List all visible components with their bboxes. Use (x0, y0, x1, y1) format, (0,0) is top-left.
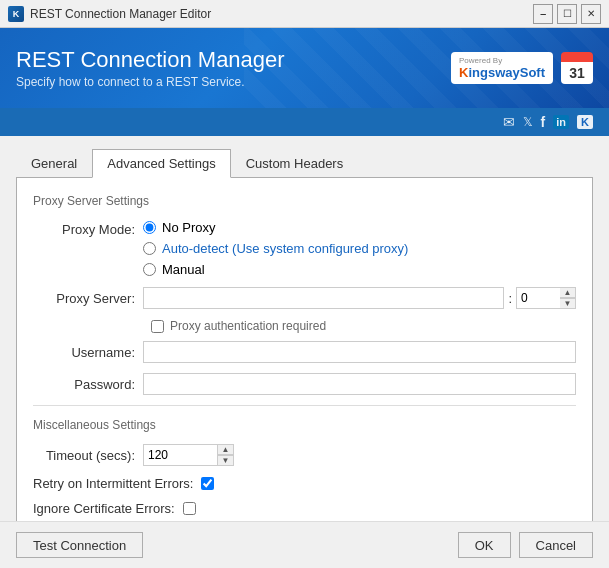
proxy-mode-group: Proxy Mode: No Proxy Auto-detect (Use sy… (33, 220, 576, 277)
title-bar-left: K REST Connection Manager Editor (8, 6, 211, 22)
timeout-up-button[interactable]: ▲ (218, 444, 234, 455)
misc-section: Miscellaneous Settings Timeout (secs): ▲… (33, 405, 576, 516)
tab-advanced[interactable]: Advanced Settings (92, 149, 230, 178)
restore-button[interactable]: ☐ (557, 4, 577, 24)
no-proxy-option[interactable]: No Proxy (143, 220, 408, 235)
app-subtitle: Specify how to connect to a REST Service… (16, 75, 285, 89)
auto-detect-radio[interactable] (143, 242, 156, 255)
proxy-auth-row: Proxy authentication required (151, 319, 576, 333)
facebook-icon[interactable]: f (541, 114, 546, 130)
header-logos: Powered By KingswaySoft 31 (451, 52, 593, 84)
footer-left: Test Connection (16, 532, 143, 558)
brand-badge: Powered By KingswaySoft (451, 52, 553, 84)
linkedin-icon[interactable]: in (553, 115, 569, 129)
timeout-wrapper: ▲ ▼ (143, 444, 234, 466)
proxy-server-input[interactable] (143, 287, 504, 309)
auto-detect-label: Auto-detect (Use system configured proxy… (162, 241, 408, 256)
retry-checkbox[interactable] (201, 477, 214, 490)
footer: Test Connection OK Cancel (0, 521, 609, 568)
port-spin-buttons: ▲ ▼ (560, 287, 576, 309)
header-text: REST Connection Manager Specify how to c… (16, 47, 285, 89)
proxy-server-row: : 0 ▲ ▼ (143, 287, 576, 309)
twitter-icon[interactable]: 𝕏 (523, 115, 533, 129)
proxy-mode-label: Proxy Mode: (33, 220, 143, 237)
timeout-spin-buttons: ▲ ▼ (218, 444, 234, 466)
no-proxy-label: No Proxy (162, 220, 215, 235)
ignore-cert-checkbox[interactable] (183, 502, 196, 515)
manual-option[interactable]: Manual (143, 262, 408, 277)
header-banner: REST Connection Manager Specify how to c… (0, 28, 609, 108)
port-down-button[interactable]: ▼ (560, 298, 576, 309)
app-icon: K (8, 6, 24, 22)
app-title: REST Connection Manager (16, 47, 285, 73)
timeout-label: Timeout (secs): (33, 448, 143, 463)
retry-group: Retry on Intermittent Errors: (33, 476, 576, 491)
auto-detect-option[interactable]: Auto-detect (Use system configured proxy… (143, 241, 408, 256)
tab-custom-headers[interactable]: Custom Headers (231, 149, 359, 178)
proxy-auth-checkbox[interactable] (151, 320, 164, 333)
password-input[interactable] (143, 373, 576, 395)
powered-by-text: Powered By KingswaySoft (459, 56, 545, 80)
timeout-input[interactable] (143, 444, 218, 466)
password-label: Password: (33, 377, 143, 392)
title-bar: K REST Connection Manager Editor ‒ ☐ ✕ (0, 0, 609, 28)
username-group: Username: (33, 341, 576, 363)
proxy-auth-label: Proxy authentication required (170, 319, 326, 333)
proxy-section-title: Proxy Server Settings (33, 194, 576, 208)
footer-right: OK Cancel (458, 532, 593, 558)
manual-label: Manual (162, 262, 205, 277)
cancel-button[interactable]: Cancel (519, 532, 593, 558)
retry-label: Retry on Intermittent Errors: (33, 476, 201, 491)
ignore-cert-group: Ignore Certificate Errors: (33, 501, 576, 516)
email-icon[interactable]: ✉ (503, 114, 515, 130)
tab-general[interactable]: General (16, 149, 92, 178)
no-proxy-radio[interactable] (143, 221, 156, 234)
timeout-down-button[interactable]: ▼ (218, 455, 234, 466)
colon-separator: : (508, 291, 512, 306)
test-connection-button[interactable]: Test Connection (16, 532, 143, 558)
ignore-cert-checkbox-row (183, 502, 196, 515)
window-title: REST Connection Manager Editor (30, 7, 211, 21)
tab-bar: General Advanced Settings Custom Headers (16, 148, 593, 178)
brand-name: KingswaySoft (459, 65, 545, 80)
misc-section-title: Miscellaneous Settings (33, 418, 576, 432)
username-input[interactable] (143, 341, 576, 363)
proxy-mode-options: No Proxy Auto-detect (Use system configu… (143, 220, 408, 277)
settings-panel: Proxy Server Settings Proxy Mode: No Pro… (16, 178, 593, 543)
retry-checkbox-row (201, 477, 214, 490)
password-group: Password: (33, 373, 576, 395)
proxy-server-group: Proxy Server: : 0 ▲ ▼ (33, 287, 576, 309)
main-content: General Advanced Settings Custom Headers… (0, 136, 609, 555)
ok-button[interactable]: OK (458, 532, 511, 558)
timeout-group: Timeout (secs): ▲ ▼ (33, 444, 576, 466)
proxy-server-label: Proxy Server: (33, 291, 143, 306)
port-up-button[interactable]: ▲ (560, 287, 576, 298)
ignore-cert-label: Ignore Certificate Errors: (33, 501, 183, 516)
close-button[interactable]: ✕ (581, 4, 601, 24)
manual-radio[interactable] (143, 263, 156, 276)
social-bar: ✉ 𝕏 f in K (0, 108, 609, 136)
minimize-button[interactable]: ‒ (533, 4, 553, 24)
username-label: Username: (33, 345, 143, 360)
port-wrapper: 0 ▲ ▼ (516, 287, 576, 309)
calendar-icon: 31 (561, 52, 593, 84)
window-controls: ‒ ☐ ✕ (533, 4, 601, 24)
k-icon[interactable]: K (577, 115, 593, 129)
